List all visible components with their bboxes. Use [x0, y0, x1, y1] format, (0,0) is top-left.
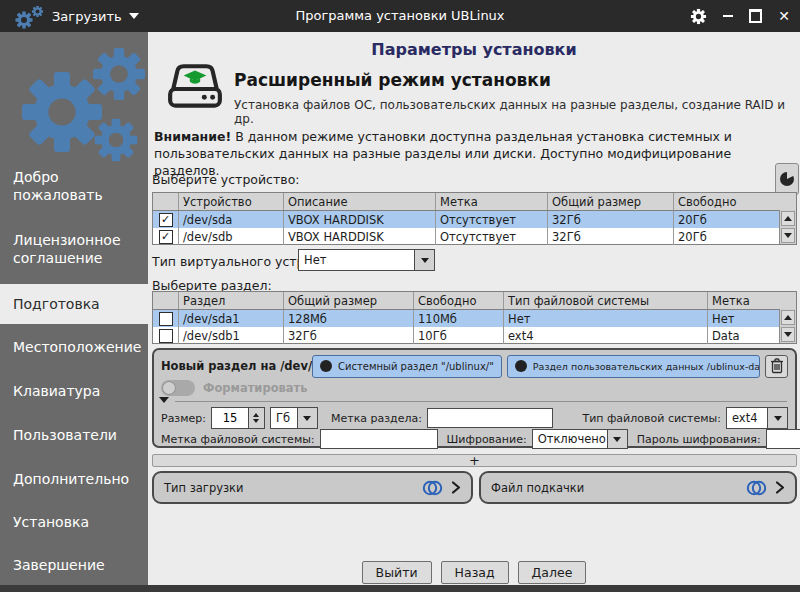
partition-sdb1-checkbox[interactable]	[159, 329, 173, 343]
device-row-sdb[interactable]: /dev/sdb VBOX HARDDISK Отсутствует 32Гб …	[153, 228, 796, 245]
sidebar-item-keyboard[interactable]: Клавиатура	[0, 382, 148, 400]
virtual-device-select[interactable]: Нет	[298, 249, 435, 271]
scroll-up-button[interactable]	[781, 211, 795, 226]
sidebar: Добро пожаловать Лицензионное соглашение…	[0, 32, 148, 585]
fs-type-label: Тип файловой системы:	[582, 412, 721, 425]
settings-gear-icon[interactable]	[690, 8, 707, 25]
device-table-header: Устройство Описание Метка Общий размер С…	[153, 193, 796, 211]
encryption-password-input[interactable]	[766, 429, 800, 449]
trash-icon	[770, 358, 784, 374]
sidebar-item-users[interactable]: Пользователи	[0, 426, 148, 444]
swap-file-label: Файл подкачки	[491, 481, 738, 495]
spin-down-icon	[253, 419, 259, 423]
partition-table-scrollbar[interactable]	[779, 309, 796, 343]
page-title: Параметры установки	[148, 40, 800, 59]
delete-partition-button[interactable]	[765, 355, 788, 378]
new-partition-panel: Новый раздел на /dev/sdb Системный разде…	[152, 348, 797, 448]
arrow-down-icon	[784, 332, 792, 337]
sidebar-item-location[interactable]: Местоположение	[0, 338, 148, 356]
sidebar-item-finish[interactable]: Завершение	[0, 556, 148, 574]
encryption-label: Шифрование:	[447, 433, 527, 446]
encryption-select[interactable]: Отключено	[532, 429, 628, 449]
add-partition-bar[interactable]: +	[152, 454, 797, 467]
mode-title: Расширенный режим установки	[234, 70, 551, 90]
boot-type-label: Тип загрузки	[164, 481, 414, 495]
maximize-button[interactable]	[749, 9, 762, 23]
size-input[interactable]	[211, 407, 248, 429]
device-table: Устройство Описание Метка Общий размер С…	[152, 192, 797, 245]
format-toggle[interactable]	[161, 380, 195, 396]
partition-row-sda1[interactable]: /dev/sda1 128Мб 110Мб Нет Нет	[153, 310, 796, 327]
col-partition: Раздел	[179, 292, 284, 309]
col-label: Метка	[436, 193, 548, 210]
toggle-icon[interactable]	[422, 480, 443, 496]
sidebar-item-license[interactable]: Лицензионное соглашение	[0, 231, 148, 268]
device-row-sda[interactable]: /dev/sda VBOX HARDDISK Отсутствует 32Гб …	[153, 211, 796, 228]
arrow-up-icon	[784, 315, 792, 320]
partition-label-input[interactable]	[427, 408, 553, 428]
col-total-size: Общий размер	[284, 292, 414, 309]
radio-dot-icon	[320, 360, 332, 372]
next-button[interactable]: Далее	[518, 561, 587, 584]
sidebar-item-preparation[interactable]: Подготовка	[0, 284, 148, 324]
pie-chart-icon	[779, 171, 795, 187]
col-description: Описание	[284, 193, 436, 210]
dropdown-button[interactable]	[414, 250, 434, 270]
user-data-partition-button[interactable]: Раздел пользовательских данных /ublinux-…	[507, 355, 760, 378]
expander-triangle-icon[interactable]	[159, 397, 169, 403]
scroll-down-button[interactable]	[781, 228, 795, 243]
size-spinner[interactable]	[211, 407, 265, 429]
format-label: Форматировать	[203, 381, 308, 395]
divider	[175, 401, 787, 402]
sidebar-item-advanced[interactable]: Дополнительно	[0, 470, 148, 488]
footer-buttons: Выйти Назад Далее	[148, 561, 800, 584]
load-menu-button[interactable]: Загрузить	[52, 0, 139, 32]
dropdown-button[interactable]	[607, 430, 627, 448]
swap-file-expander[interactable]: Файл подкачки	[479, 471, 797, 504]
exit-button[interactable]: Выйти	[362, 561, 432, 584]
partition-label-label: Метка раздела:	[331, 412, 422, 425]
size-label: Размер:	[161, 412, 206, 425]
close-button[interactable]: ✕	[778, 9, 790, 23]
scroll-up-button[interactable]	[781, 310, 795, 325]
partition-sda1-checkbox[interactable]	[159, 312, 173, 326]
back-button[interactable]: Назад	[441, 561, 509, 584]
spin-up-icon	[253, 413, 259, 417]
warning-lead: Внимание!	[154, 129, 231, 144]
minimize-button[interactable]	[723, 15, 733, 17]
partition-table: Раздел Общий размер Свободно Тип файлово…	[152, 291, 797, 344]
arrow-up-icon	[784, 216, 792, 221]
radio-dot-icon	[515, 360, 527, 372]
chevron-right-icon[interactable]	[451, 480, 461, 495]
col-fs-type: Тип файловой системы	[504, 292, 708, 309]
col-label: Метка	[708, 292, 796, 309]
system-partition-button[interactable]: Системный раздел "/ublinux/"	[312, 355, 502, 378]
device-sda-checkbox[interactable]	[159, 213, 173, 227]
scroll-down-button[interactable]	[781, 327, 795, 342]
boot-type-expander[interactable]: Тип загрузки	[152, 471, 473, 504]
dropdown-button[interactable]	[297, 408, 317, 428]
disk-usage-pie-button[interactable]	[775, 163, 799, 195]
toggle-icon[interactable]	[746, 480, 767, 496]
col-device: Устройство	[179, 193, 284, 210]
new-partition-title: Новый раздел на /dev/sdb	[161, 359, 307, 373]
fs-type-select[interactable]: ext4	[726, 407, 788, 429]
sidebar-item-welcome[interactable]: Добро пожаловать	[0, 168, 148, 205]
fs-label-label: Метка файловой системы:	[161, 433, 315, 446]
size-unit-select[interactable]: Гб	[270, 407, 318, 429]
arrow-down-icon	[784, 233, 792, 238]
window-bottom-border	[0, 585, 800, 592]
chevron-down-icon	[613, 437, 621, 442]
dropdown-button[interactable]	[767, 408, 787, 428]
device-sdb-checkbox[interactable]	[159, 230, 173, 244]
col-free: Свободно	[414, 292, 504, 309]
device-table-scrollbar[interactable]	[779, 210, 796, 244]
spinner-buttons[interactable]	[248, 407, 265, 429]
app-logo-gears-icon	[12, 3, 46, 31]
chevron-right-icon[interactable]	[775, 480, 785, 495]
installer-window: Загрузить Программа установки UBLinux ✕ …	[0, 0, 800, 592]
fs-label-input[interactable]	[320, 429, 438, 449]
partition-row-sdb1[interactable]: /dev/sdb1 32Гб 10Гб ext4 Data	[153, 327, 796, 344]
sidebar-item-install[interactable]: Установка	[0, 513, 148, 531]
password-label: Пароль шифрования:	[637, 433, 761, 446]
